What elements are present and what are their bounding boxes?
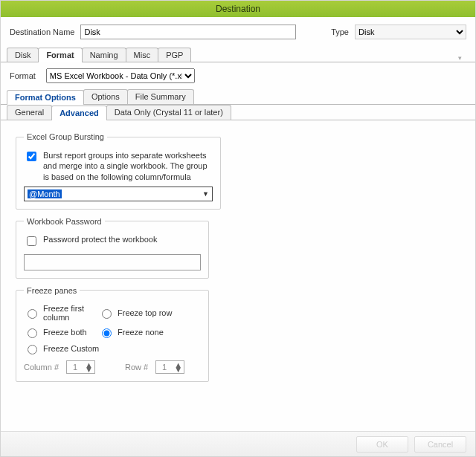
subtab-advanced[interactable]: Advanced (51, 106, 107, 120)
type-label: Type (331, 27, 349, 36)
ok-button[interactable]: OK (356, 436, 408, 453)
radio-freeze-first-col[interactable]: Freeze first column (24, 304, 98, 322)
bursting-column-value: @Month (28, 189, 62, 198)
row-num-spinner[interactable]: ▲▼ (155, 360, 184, 374)
radio-freeze-both[interactable]: Freeze both (24, 326, 98, 338)
radio-freeze-custom[interactable]: Freeze Custom (24, 343, 180, 354)
advanced-content: Excel Group Bursting Burst report groups… (1, 120, 475, 397)
stab-format-options[interactable]: Format Options (7, 90, 84, 105)
radio-freeze-top-row[interactable]: Freeze top row (98, 304, 180, 322)
password-fieldset: Workbook Password Password protect the w… (16, 217, 209, 279)
section-tabs: Format Options Options File Summary (1, 89, 475, 105)
password-checkbox[interactable] (27, 236, 36, 246)
dialog-footer: OK Cancel (1, 431, 475, 456)
password-legend: Workbook Password (24, 217, 105, 226)
subtab-general[interactable]: General (7, 105, 52, 120)
freeze-legend: Freeze panes (24, 286, 80, 295)
stab-file-summary[interactable]: File Summary (127, 89, 194, 104)
password-label: Password protect the workbook (43, 235, 157, 244)
password-input[interactable] (24, 254, 201, 270)
column-num-label: Column # (24, 363, 59, 372)
bursting-checkbox[interactable] (27, 152, 36, 161)
destination-name-label: Destination Name (10, 27, 74, 36)
subtab-dataonly[interactable]: Data Only (Crystal 11 or later) (106, 105, 231, 120)
tab-format[interactable]: Format (38, 48, 82, 62)
format-row: Format MS Excel Workbook - Data Only (*.… (1, 62, 475, 89)
destination-name-input[interactable] (80, 25, 296, 39)
tab-disk[interactable]: Disk (7, 48, 39, 62)
collapse-caret-icon[interactable]: ▾ (458, 54, 469, 62)
format-select[interactable]: MS Excel Workbook - Data Only (*.xlsx) (46, 68, 195, 83)
sub-tabs: General Advanced Data Only (Crystal 11 o… (1, 105, 475, 120)
type-select[interactable]: Disk (355, 25, 466, 39)
bursting-desc: Burst report groups into separate worksh… (43, 150, 213, 182)
radio-freeze-none[interactable]: Freeze none (98, 326, 180, 338)
format-label: Format (10, 71, 36, 80)
column-num-spinner[interactable]: ▲▼ (66, 360, 95, 374)
spinner-arrows-icon: ▲▼ (83, 363, 94, 372)
row-num-input[interactable] (156, 361, 173, 373)
tab-pgp[interactable]: PGP (158, 48, 191, 62)
destination-dialog: Destination Destination Name Type Disk D… (0, 0, 476, 457)
freeze-fieldset: Freeze panes Freeze first column Freeze … (16, 286, 209, 382)
spinner-arrows-icon: ▲▼ (173, 363, 184, 372)
chevron-down-icon: ▼ (202, 190, 209, 198)
tab-naming[interactable]: Naming (82, 48, 126, 62)
header-form: Destination Name Type Disk (1, 17, 475, 44)
group-bursting-legend: Excel Group Bursting (24, 132, 107, 141)
window-title: Destination (1, 1, 475, 17)
cancel-button[interactable]: Cancel (414, 436, 466, 453)
main-tabs: Disk Format Naming Misc PGP ▾ (1, 44, 475, 62)
row-num-label: Row # (125, 363, 148, 372)
column-num-input[interactable] (67, 361, 83, 373)
tab-misc[interactable]: Misc (126, 48, 159, 62)
bursting-column-select[interactable]: @Month ▼ (24, 187, 213, 201)
group-bursting-fieldset: Excel Group Bursting Burst report groups… (16, 132, 221, 210)
stab-options[interactable]: Options (83, 89, 128, 104)
